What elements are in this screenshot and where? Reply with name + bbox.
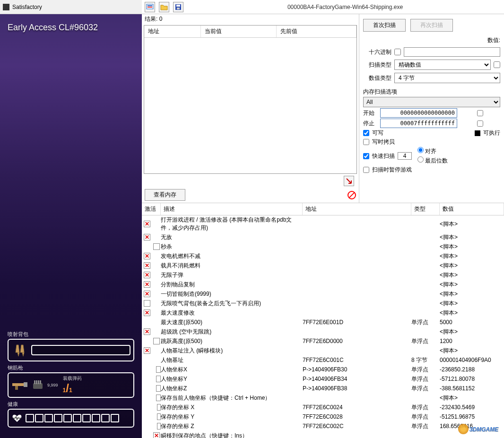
hex-checkbox[interactable] [394, 49, 401, 55]
table-row[interactable]: 最大速度(原500)7FF72E6E001D单浮点5000 [142, 318, 504, 327]
row-address[interactable]: 7FF72E6E001D [303, 319, 411, 326]
stop-extra-checkbox[interactable] [460, 120, 500, 127]
row-description[interactable]: 最大速度修改 [161, 309, 303, 317]
table-row[interactable]: 瞬移到保存的地点（快捷键：Ins） [142, 431, 504, 438]
activate-checkbox[interactable] [144, 253, 150, 259]
activate-checkbox[interactable] [144, 281, 150, 288]
row-value[interactable]: -51251.96875 [440, 413, 504, 420]
row-description[interactable]: 人物基址 [161, 356, 303, 364]
activate-checkbox[interactable] [153, 432, 160, 438]
stop-input[interactable] [380, 119, 457, 128]
table-row[interactable]: 保存当前人物坐标（快捷键：Ctrl + Home）<脚本> [142, 393, 504, 403]
value-type-select[interactable]: 4 字节 [394, 73, 500, 83]
table-row[interactable]: 分割物品复制<脚本> [142, 280, 504, 289]
table-row[interactable]: 载具不消耗燃料<脚本> [142, 261, 504, 270]
row-description[interactable]: 瞬移到保存的地点（快捷键：Ins） [161, 432, 303, 438]
scan-type-select[interactable]: 精确数值 [394, 60, 491, 70]
row-type[interactable]: 单浮点 [411, 385, 440, 393]
col-active[interactable]: 激活 [142, 203, 161, 215]
row-type[interactable]: 单浮点 [411, 366, 440, 374]
row-description[interactable]: 载具不消耗燃料 [161, 262, 303, 270]
col-previous[interactable]: 先前值 [277, 26, 356, 37]
activate-checkbox[interactable] [144, 234, 150, 240]
activate-checkbox[interactable] [153, 338, 160, 344]
row-description[interactable]: 无限喷气背包(装备之后先飞一下再启用) [161, 300, 303, 308]
activate-checkbox[interactable] [144, 221, 150, 227]
row-address[interactable]: P->1404906FB38 [303, 385, 411, 392]
process-list-button[interactable] [145, 2, 155, 12]
row-description[interactable]: 人物坐标Z [161, 385, 303, 393]
row-address[interactable]: 7FF72E6C0028 [303, 413, 411, 420]
activate-checkbox[interactable] [144, 272, 150, 278]
clear-icon[interactable] [348, 191, 356, 199]
activate-checkbox[interactable] [144, 291, 150, 297]
row-description[interactable]: 超级跳 (空中无限跳) [161, 328, 303, 336]
activate-checkbox[interactable] [144, 309, 150, 316]
row-description[interactable]: 人物基址注入 (瞬移模块) [161, 347, 303, 355]
row-value[interactable]: 5000 [440, 319, 504, 326]
row-description[interactable]: 人物坐标Y [161, 375, 303, 383]
table-row[interactable]: 一切皆能制造(9999)<脚本> [142, 289, 504, 299]
table-row[interactable]: 保存的坐标 X7FF72E6C0024单浮点-232430.5469 [142, 403, 504, 412]
activate-checkbox[interactable] [144, 262, 150, 269]
mem-region-select[interactable]: All [363, 97, 500, 107]
table-row[interactable]: 无限子弹<脚本> [142, 270, 504, 280]
pause-game-checkbox[interactable] [363, 167, 369, 173]
activate-checkbox[interactable] [156, 366, 161, 373]
row-value[interactable]: <脚本> [440, 290, 504, 298]
row-description[interactable]: 秒杀 [161, 243, 303, 251]
row-value[interactable]: 1200 [440, 338, 504, 344]
row-type[interactable]: 单浮点 [411, 337, 440, 345]
col-current[interactable]: 当前值 [201, 26, 277, 37]
activate-checkbox[interactable] [153, 243, 160, 250]
row-type[interactable]: 单浮点 [411, 318, 440, 326]
activate-checkbox[interactable] [157, 423, 161, 429]
row-value[interactable]: <脚本> [440, 309, 504, 317]
row-description[interactable]: 打开游戏进程 / 激活修改器 (本脚本自动重命名pdb文件，减少内存占用) [161, 216, 303, 232]
table-row[interactable]: 人物坐标YP->1404906FB34单浮点-57121.80078 [142, 374, 504, 384]
table-row[interactable]: 无限喷气背包(装备之后先飞一下再启用)<脚本> [142, 299, 504, 308]
row-description[interactable]: 人物坐标X [161, 366, 303, 374]
row-value[interactable]: 000001404906F9A0 [440, 357, 504, 363]
value-input[interactable] [404, 47, 500, 57]
row-address[interactable]: 7FF72E6C001C [303, 357, 411, 363]
activate-checkbox[interactable] [157, 413, 161, 420]
col-value[interactable]: 数值 [440, 203, 504, 215]
writable-checkbox[interactable] [363, 130, 369, 136]
row-description[interactable]: 无敌 [161, 233, 303, 241]
col-type[interactable]: 类型 [411, 203, 440, 215]
table-row[interactable]: 发电机燃料不减<脚本> [142, 251, 504, 261]
fast-scan-checkbox[interactable] [363, 153, 369, 159]
row-type[interactable]: 单浮点 [411, 404, 440, 412]
save-button[interactable] [173, 2, 183, 12]
row-description[interactable]: 保存当前人物坐标（快捷键：Ctrl + Home） [161, 394, 303, 402]
row-description[interactable]: 跳跃高度(原500) [161, 337, 303, 345]
row-type[interactable]: 单浮点 [411, 375, 440, 383]
row-value[interactable]: <脚本> [440, 233, 504, 241]
table-row[interactable]: 人物坐标ZP->1404906FB38单浮点-388.5681152 [142, 384, 504, 393]
row-value[interactable]: -57121.80078 [440, 376, 504, 382]
fast-scan-input[interactable] [398, 152, 412, 160]
table-row[interactable]: 打开游戏进程 / 激活修改器 (本脚本自动重命名pdb文件，减少内存占用)<脚本… [142, 215, 504, 232]
view-memory-button[interactable]: 查看内存 [145, 189, 185, 201]
table-row[interactable]: 人物坐标XP->1404906FB30单浮点-236850.2188 [142, 365, 504, 374]
row-description[interactable]: 无限子弹 [161, 271, 303, 279]
col-address[interactable]: 地址 [144, 26, 201, 37]
row-type[interactable]: 单浮点 [411, 422, 440, 430]
activate-checkbox[interactable] [144, 300, 150, 307]
table-row[interactable]: 跳跃高度(原500)7FF72E6D0000单浮点1200 [142, 336, 504, 346]
row-address[interactable]: 7FF72E6D0000 [303, 338, 411, 344]
row-address[interactable]: 7FF72E6C0024 [303, 404, 411, 411]
cheat-table-body[interactable]: 打开游戏进程 / 激活修改器 (本脚本自动重命名pdb文件，减少内存占用)<脚本… [142, 215, 504, 438]
row-value[interactable]: <脚本> [440, 281, 504, 289]
col-desc[interactable]: 描述 [161, 203, 303, 215]
last-digits-radio-label[interactable]: 最后位数 [417, 156, 448, 165]
table-row[interactable]: 秒杀<脚本> [142, 242, 504, 251]
alignment-radio-label[interactable]: 对齐 [417, 147, 448, 155]
row-value[interactable]: -388.5681152 [440, 385, 504, 392]
row-description[interactable]: 分割物品复制 [161, 281, 303, 289]
row-value[interactable]: 168.6563416 [440, 423, 504, 429]
scan-type-extra-checkbox[interactable] [494, 61, 500, 68]
row-value[interactable]: <脚本> [440, 262, 504, 270]
activate-checkbox[interactable] [156, 385, 161, 392]
